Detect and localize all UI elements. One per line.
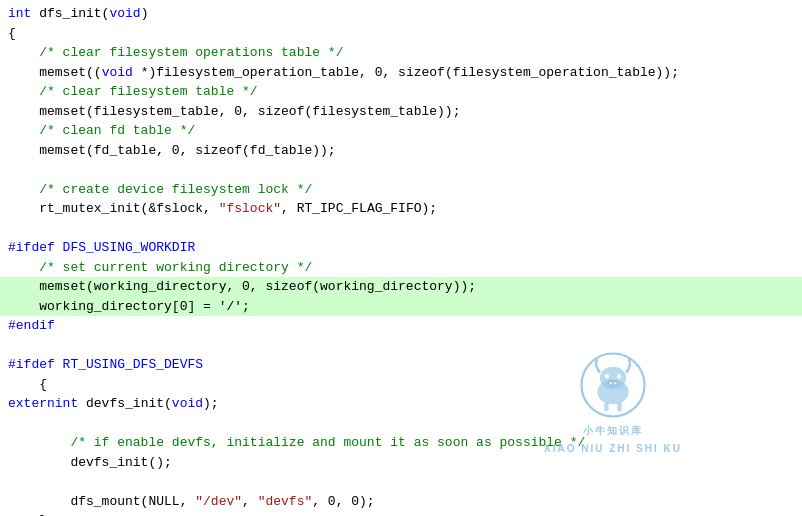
code-line [0, 219, 802, 239]
code-line: { [0, 24, 802, 44]
code-line: #ifdef DFS_USING_WORKDIR [0, 238, 802, 258]
code-line: /* set current working directory */ [0, 258, 802, 278]
code-container: int dfs_init(void){ /* clear filesystem … [0, 0, 802, 516]
code-line [0, 472, 802, 492]
code-line: /* clear filesystem operations table */ [0, 43, 802, 63]
code-line: int dfs_init(void) [0, 4, 802, 24]
code-line: /* clean fd table */ [0, 121, 802, 141]
code-line: memset(working_directory, 0, sizeof(work… [0, 277, 802, 297]
code-line [0, 336, 802, 356]
code-line [0, 414, 802, 434]
code-line: extern int devfs_init(void); [0, 394, 802, 414]
code-line: devfs_init(); [0, 453, 802, 473]
code-line: dfs_mount(NULL, "/dev", "devfs", 0, 0); [0, 492, 802, 512]
code-line: #ifdef RT_USING_DFS_DEVFS [0, 355, 802, 375]
code-line: /* clear filesystem table */ [0, 82, 802, 102]
code-line: rt_mutex_init(&fslock, "fslock", RT_IPC_… [0, 199, 802, 219]
code-line: { [0, 375, 802, 395]
code-line: /* create device filesystem lock */ [0, 180, 802, 200]
code-line: memset(fd_table, 0, sizeof(fd_table)); [0, 141, 802, 161]
code-line [0, 160, 802, 180]
code-line: working_directory[0] = '/'; [0, 297, 802, 317]
code-line: memset((void *)filesystem_operation_tabl… [0, 63, 802, 83]
code-line: } [0, 511, 802, 516]
code-line: memset(filesystem_table, 0, sizeof(files… [0, 102, 802, 122]
code-line: #endif [0, 316, 802, 336]
code-lines: int dfs_init(void){ /* clear filesystem … [0, 4, 802, 516]
code-line: /* if enable devfs, initialize and mount… [0, 433, 802, 453]
